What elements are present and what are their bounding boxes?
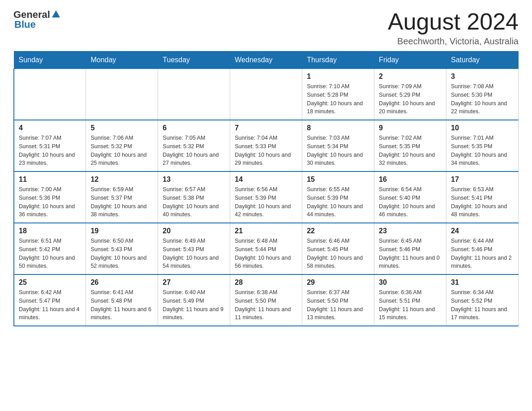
calendar-cell: 6Sunrise: 7:05 AM Sunset: 5:32 PM Daylig… bbox=[158, 120, 230, 171]
day-info: Sunrise: 6:54 AM Sunset: 5:40 PM Dayligh… bbox=[379, 185, 442, 219]
day-info: Sunrise: 6:49 AM Sunset: 5:43 PM Dayligh… bbox=[163, 237, 225, 270]
calendar-cell: 16Sunrise: 6:54 AM Sunset: 5:40 PM Dayli… bbox=[374, 171, 446, 223]
svg-marker-0 bbox=[52, 10, 60, 17]
calendar-cell: 3Sunrise: 7:08 AM Sunset: 5:30 PM Daylig… bbox=[446, 69, 519, 120]
day-number: 29 bbox=[307, 278, 369, 287]
day-number: 24 bbox=[451, 227, 514, 235]
day-number: 1 bbox=[307, 73, 369, 81]
day-info: Sunrise: 6:42 AM Sunset: 5:47 PM Dayligh… bbox=[19, 288, 81, 322]
day-number: 27 bbox=[163, 278, 225, 287]
day-number: 17 bbox=[451, 176, 514, 184]
day-number: 2 bbox=[379, 73, 442, 81]
calendar-cell: 5Sunrise: 7:06 AM Sunset: 5:32 PM Daylig… bbox=[86, 120, 158, 171]
day-number: 3 bbox=[451, 73, 514, 81]
day-number: 21 bbox=[235, 227, 297, 235]
calendar-cell: 25Sunrise: 6:42 AM Sunset: 5:47 PM Dayli… bbox=[14, 274, 86, 326]
day-info: Sunrise: 6:53 AM Sunset: 5:41 PM Dayligh… bbox=[451, 185, 514, 219]
calendar-week-row: 1Sunrise: 7:10 AM Sunset: 5:28 PM Daylig… bbox=[14, 69, 519, 120]
calendar-cell: 23Sunrise: 6:45 AM Sunset: 5:46 PM Dayli… bbox=[374, 223, 446, 274]
day-info: Sunrise: 7:04 AM Sunset: 5:33 PM Dayligh… bbox=[235, 134, 297, 167]
day-info: Sunrise: 7:00 AM Sunset: 5:36 PM Dayligh… bbox=[19, 185, 81, 219]
calendar-cell: 4Sunrise: 7:07 AM Sunset: 5:31 PM Daylig… bbox=[14, 120, 86, 171]
day-info: Sunrise: 6:55 AM Sunset: 5:39 PM Dayligh… bbox=[307, 185, 369, 219]
calendar-cell: 7Sunrise: 7:04 AM Sunset: 5:33 PM Daylig… bbox=[230, 120, 302, 171]
calendar-cell: 15Sunrise: 6:55 AM Sunset: 5:39 PM Dayli… bbox=[302, 171, 374, 223]
logo-icon bbox=[51, 9, 61, 19]
calendar-cell bbox=[86, 69, 158, 120]
day-number: 31 bbox=[451, 278, 514, 287]
day-info: Sunrise: 6:37 AM Sunset: 5:50 PM Dayligh… bbox=[307, 288, 369, 322]
day-number: 19 bbox=[90, 227, 153, 235]
calendar-cell: 26Sunrise: 6:41 AM Sunset: 5:48 PM Dayli… bbox=[86, 274, 158, 326]
day-number: 22 bbox=[307, 227, 369, 235]
day-info: Sunrise: 6:59 AM Sunset: 5:37 PM Dayligh… bbox=[90, 185, 153, 219]
day-info: Sunrise: 6:38 AM Sunset: 5:50 PM Dayligh… bbox=[235, 288, 297, 322]
day-info: Sunrise: 6:50 AM Sunset: 5:43 PM Dayligh… bbox=[90, 237, 153, 270]
calendar-cell: 20Sunrise: 6:49 AM Sunset: 5:43 PM Dayli… bbox=[158, 223, 230, 274]
day-number: 20 bbox=[163, 227, 225, 235]
day-number: 23 bbox=[379, 227, 442, 235]
calendar-week-row: 11Sunrise: 7:00 AM Sunset: 5:36 PM Dayli… bbox=[14, 171, 519, 223]
day-info: Sunrise: 7:03 AM Sunset: 5:34 PM Dayligh… bbox=[307, 134, 369, 167]
day-info: Sunrise: 6:48 AM Sunset: 5:44 PM Dayligh… bbox=[235, 237, 297, 270]
calendar-cell: 21Sunrise: 6:48 AM Sunset: 5:44 PM Dayli… bbox=[230, 223, 302, 274]
calendar-cell: 17Sunrise: 6:53 AM Sunset: 5:41 PM Dayli… bbox=[446, 171, 519, 223]
logo: General Blue bbox=[13, 9, 61, 30]
day-info: Sunrise: 6:46 AM Sunset: 5:45 PM Dayligh… bbox=[307, 237, 369, 270]
day-number: 10 bbox=[451, 124, 514, 132]
day-info: Sunrise: 6:34 AM Sunset: 5:52 PM Dayligh… bbox=[451, 288, 514, 322]
day-number: 15 bbox=[307, 176, 369, 184]
day-info: Sunrise: 6:56 AM Sunset: 5:39 PM Dayligh… bbox=[235, 185, 297, 219]
calendar-cell: 30Sunrise: 6:36 AM Sunset: 5:51 PM Dayli… bbox=[374, 274, 446, 326]
day-number: 7 bbox=[235, 124, 297, 132]
calendar-col-header: Thursday bbox=[302, 51, 374, 69]
calendar-cell: 12Sunrise: 6:59 AM Sunset: 5:37 PM Dayli… bbox=[86, 171, 158, 223]
day-info: Sunrise: 7:07 AM Sunset: 5:31 PM Dayligh… bbox=[19, 134, 81, 167]
calendar-col-header: Friday bbox=[374, 51, 446, 69]
calendar-cell: 1Sunrise: 7:10 AM Sunset: 5:28 PM Daylig… bbox=[302, 69, 374, 120]
calendar-col-header: Tuesday bbox=[158, 51, 230, 69]
day-info: Sunrise: 6:51 AM Sunset: 5:42 PM Dayligh… bbox=[19, 237, 81, 270]
calendar-col-header: Saturday bbox=[446, 51, 519, 69]
calendar-header-row: SundayMondayTuesdayWednesdayThursdayFrid… bbox=[14, 51, 519, 69]
calendar-cell: 11Sunrise: 7:00 AM Sunset: 5:36 PM Dayli… bbox=[14, 171, 86, 223]
day-number: 30 bbox=[379, 278, 442, 287]
calendar-col-header: Monday bbox=[86, 51, 158, 69]
calendar-cell: 22Sunrise: 6:46 AM Sunset: 5:45 PM Dayli… bbox=[302, 223, 374, 274]
day-number: 9 bbox=[379, 124, 442, 132]
calendar-cell: 31Sunrise: 6:34 AM Sunset: 5:52 PM Dayli… bbox=[446, 274, 519, 326]
calendar-cell: 27Sunrise: 6:40 AM Sunset: 5:49 PM Dayli… bbox=[158, 274, 230, 326]
calendar-cell: 2Sunrise: 7:09 AM Sunset: 5:29 PM Daylig… bbox=[374, 69, 446, 120]
day-number: 4 bbox=[19, 124, 81, 132]
calendar-col-header: Wednesday bbox=[230, 51, 302, 69]
calendar-cell: 8Sunrise: 7:03 AM Sunset: 5:34 PM Daylig… bbox=[302, 120, 374, 171]
day-info: Sunrise: 7:10 AM Sunset: 5:28 PM Dayligh… bbox=[307, 82, 369, 116]
logo-blue-text: Blue bbox=[14, 19, 36, 30]
day-number: 26 bbox=[90, 278, 153, 287]
day-info: Sunrise: 6:44 AM Sunset: 5:46 PM Dayligh… bbox=[451, 237, 514, 270]
page-header: General Blue August 2024 Beechworth, Vic… bbox=[13, 9, 519, 47]
day-number: 6 bbox=[163, 124, 225, 132]
title-block: August 2024 Beechworth, Victoria, Austra… bbox=[388, 9, 519, 47]
day-info: Sunrise: 7:08 AM Sunset: 5:30 PM Dayligh… bbox=[451, 82, 514, 116]
calendar-week-row: 4Sunrise: 7:07 AM Sunset: 5:31 PM Daylig… bbox=[14, 120, 519, 171]
calendar-cell: 14Sunrise: 6:56 AM Sunset: 5:39 PM Dayli… bbox=[230, 171, 302, 223]
day-number: 16 bbox=[379, 176, 442, 184]
day-number: 18 bbox=[19, 227, 81, 235]
calendar-cell: 9Sunrise: 7:02 AM Sunset: 5:35 PM Daylig… bbox=[374, 120, 446, 171]
day-number: 28 bbox=[235, 278, 297, 287]
calendar-cell: 10Sunrise: 7:01 AM Sunset: 5:35 PM Dayli… bbox=[446, 120, 519, 171]
calendar-cell bbox=[14, 69, 86, 120]
day-info: Sunrise: 6:57 AM Sunset: 5:38 PM Dayligh… bbox=[163, 185, 225, 219]
calendar-cell bbox=[158, 69, 230, 120]
day-number: 5 bbox=[90, 124, 153, 132]
calendar-cell: 19Sunrise: 6:50 AM Sunset: 5:43 PM Dayli… bbox=[86, 223, 158, 274]
day-info: Sunrise: 6:41 AM Sunset: 5:48 PM Dayligh… bbox=[90, 288, 153, 322]
day-number: 12 bbox=[90, 176, 153, 184]
day-info: Sunrise: 6:40 AM Sunset: 5:49 PM Dayligh… bbox=[163, 288, 225, 322]
calendar-cell: 28Sunrise: 6:38 AM Sunset: 5:50 PM Dayli… bbox=[230, 274, 302, 326]
calendar-cell bbox=[230, 69, 302, 120]
day-number: 8 bbox=[307, 124, 369, 132]
calendar-cell: 18Sunrise: 6:51 AM Sunset: 5:42 PM Dayli… bbox=[14, 223, 86, 274]
calendar-cell: 13Sunrise: 6:57 AM Sunset: 5:38 PM Dayli… bbox=[158, 171, 230, 223]
